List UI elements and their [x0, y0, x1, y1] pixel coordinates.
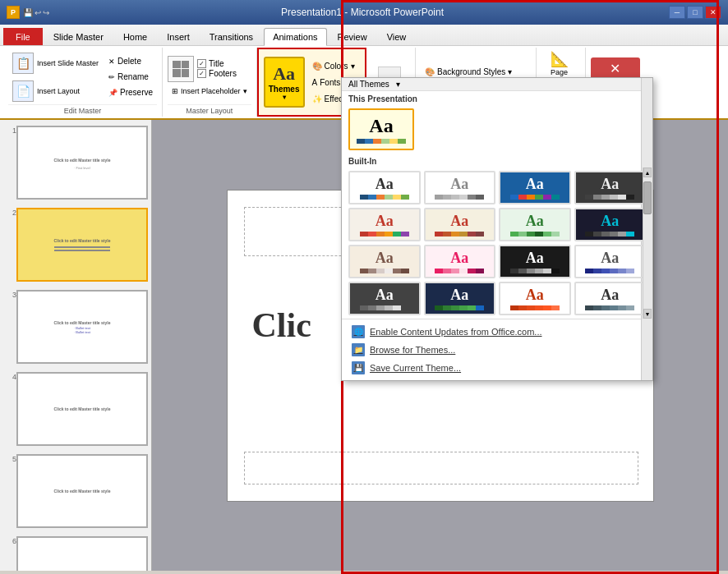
close-master-icon: ✕	[597, 61, 634, 76]
colors-button[interactable]: 🎨 Colors ▾	[308, 58, 360, 73]
slide-1-content: Click to edit Master title style · First…	[49, 153, 116, 173]
theme-15-aa: Aa	[526, 287, 544, 304]
theme-item-2[interactable]: Aa	[424, 171, 496, 204]
theme-item-4[interactable]: Aa	[574, 171, 647, 204]
theme-14-aa: Aa	[450, 287, 468, 304]
delete-label: Delete	[117, 57, 141, 66]
title-checkbox[interactable]: ✓ Title	[197, 59, 237, 68]
themes-label: Themes	[269, 85, 300, 94]
theme-2-colors	[435, 195, 484, 200]
theme-item-14[interactable]: Aa	[424, 282, 496, 315]
footers-label: Footers	[209, 69, 237, 78]
slide-2-content: Click to edit Master title style	[49, 233, 116, 256]
insert-slide-master-button[interactable]: 📋 Insert Slide Master	[8, 50, 103, 76]
preserve-label: Preserve	[120, 88, 153, 97]
insert-layout-button[interactable]: 📄 Insert Layout	[8, 78, 84, 104]
theme-12-aa: Aa	[601, 250, 619, 267]
preserve-button[interactable]: 📌 Preserve	[104, 85, 157, 100]
save-theme-icon: 💾	[352, 361, 365, 374]
all-themes-bar: All Themes ▾	[342, 78, 652, 91]
slide-thumb-1[interactable]: Click to edit Master title style · First…	[16, 126, 148, 200]
rename-button[interactable]: ✏ Rename	[104, 70, 153, 85]
slide-thumb-4[interactable]: Click to edit Master title style	[16, 372, 148, 446]
themes-button[interactable]: Aa Themes ▾	[264, 57, 305, 108]
slide-3-container: 3 Click to edit Master title style · Bul…	[3, 287, 148, 366]
edit-master-buttons: 📋 Insert Slide Master 📄 Insert Layout ✕ …	[8, 49, 157, 104]
save-theme-link[interactable]: 💾 Save Current Theme...	[348, 359, 646, 377]
slide-thumb-3[interactable]: Click to edit Master title style · Bulle…	[16, 290, 148, 364]
all-themes-label: All Themes	[348, 80, 389, 89]
this-presentation-aa: Aa	[369, 115, 393, 137]
slide-4-number: 4	[3, 370, 16, 448]
window-title: Presentation1 - Microsoft PowerPoint	[56, 7, 669, 18]
slide-thumb-2[interactable]: Click to edit Master title style	[16, 208, 148, 282]
theme-16-colors	[585, 305, 634, 310]
footers-checkbox[interactable]: ✓ Footers	[197, 69, 237, 78]
tab-review[interactable]: Review	[329, 28, 376, 45]
theme-5-aa: Aa	[376, 213, 394, 230]
theme-item-10[interactable]: Aa	[424, 245, 496, 278]
theme-item-1[interactable]: Aa	[348, 171, 421, 204]
title-bar-icons: P 💾 ↩ ↪	[7, 6, 49, 19]
slide-thumb-6[interactable]: Click to edit Master title style	[16, 536, 148, 571]
theme-item-15[interactable]: Aa	[499, 282, 571, 315]
title-check-icon: ✓	[197, 59, 206, 68]
slide-2-container: 2 Click to edit Master title style	[3, 205, 148, 284]
master-layout-button[interactable]	[168, 56, 194, 82]
theme-item-5[interactable]: Aa	[348, 208, 421, 241]
browse-themes-link[interactable]: 📁 Browse for Themes...	[348, 341, 646, 359]
tab-insert[interactable]: Insert	[158, 28, 199, 45]
theme-12-colors	[585, 269, 634, 273]
tab-home[interactable]: Home	[114, 28, 156, 45]
theme-15-colors	[510, 305, 560, 310]
preserve-icon: 📌	[108, 89, 117, 97]
slide-thumb-5[interactable]: Click to edit Master title style	[16, 454, 148, 528]
theme-2-aa: Aa	[450, 176, 468, 193]
theme-13-colors	[360, 305, 409, 310]
theme-item-6[interactable]: Aa	[424, 208, 496, 241]
close-button[interactable]: ✕	[705, 6, 721, 19]
minimize-button[interactable]: ─	[669, 6, 685, 19]
theme-14-colors	[435, 305, 484, 310]
insert-placeholder-button[interactable]: ⊞ Insert Placeholder ▾	[168, 84, 251, 99]
theme-item-11[interactable]: Aa	[499, 245, 571, 278]
theme-11-colors	[510, 269, 560, 273]
tab-file[interactable]: File	[3, 28, 43, 45]
slide-3-content: Click to edit Master title style · Bulle…	[51, 317, 114, 338]
slide-5-number: 5	[3, 452, 16, 530]
theme-item-9[interactable]: Aa	[348, 245, 421, 278]
theme-item-8[interactable]: Aa	[574, 208, 647, 241]
insert-placeholder-arrow: ▾	[243, 87, 247, 95]
scroll-up-button[interactable]: ▲	[643, 168, 652, 177]
quick-save-icon[interactable]: 💾	[23, 8, 33, 17]
slide-panel: 1 Click to edit Master title style · Fir…	[0, 120, 152, 571]
theme-item-16[interactable]: Aa	[574, 282, 647, 315]
undo-icon[interactable]: ↩	[35, 8, 41, 17]
maximize-button[interactable]: □	[687, 6, 703, 19]
tab-slide-master[interactable]: Slide Master	[44, 28, 113, 45]
app-icon: P	[7, 6, 20, 19]
themes-grid: Aa Aa	[342, 168, 652, 319]
themes-scroll-area: Aa Aa	[342, 168, 652, 319]
theme-8-colors	[585, 232, 634, 236]
theme-item-13[interactable]: Aa	[348, 282, 421, 315]
theme-item-12[interactable]: Aa	[574, 245, 647, 278]
themes-aa-icon: Aa	[273, 63, 295, 85]
redo-icon[interactable]: ↪	[43, 8, 49, 17]
themes-scrollbar[interactable]: ▲ ▼	[643, 168, 652, 319]
tab-view[interactable]: View	[378, 28, 416, 45]
enable-content-updates-link[interactable]: 🌐 Enable Content Updates from Office.com…	[348, 323, 646, 341]
theme-item-7[interactable]: Aa	[499, 208, 571, 241]
background-styles-label: Background Styles	[437, 67, 505, 76]
rename-label: Rename	[117, 72, 149, 81]
all-themes-arrow: ▾	[396, 80, 400, 89]
theme-item-3[interactable]: Aa	[499, 171, 571, 204]
tab-animations[interactable]: Animations	[264, 28, 326, 46]
this-presentation-theme[interactable]: Aa	[348, 108, 414, 150]
delete-button[interactable]: ✕ Delete	[104, 54, 145, 69]
tab-transitions[interactable]: Transitions	[200, 28, 262, 45]
built-in-title: Built-In	[342, 154, 652, 168]
scroll-down-button[interactable]: ▼	[643, 309, 652, 319]
theme-3-aa: Aa	[526, 176, 544, 193]
fonts-label: Fonts	[320, 78, 340, 87]
